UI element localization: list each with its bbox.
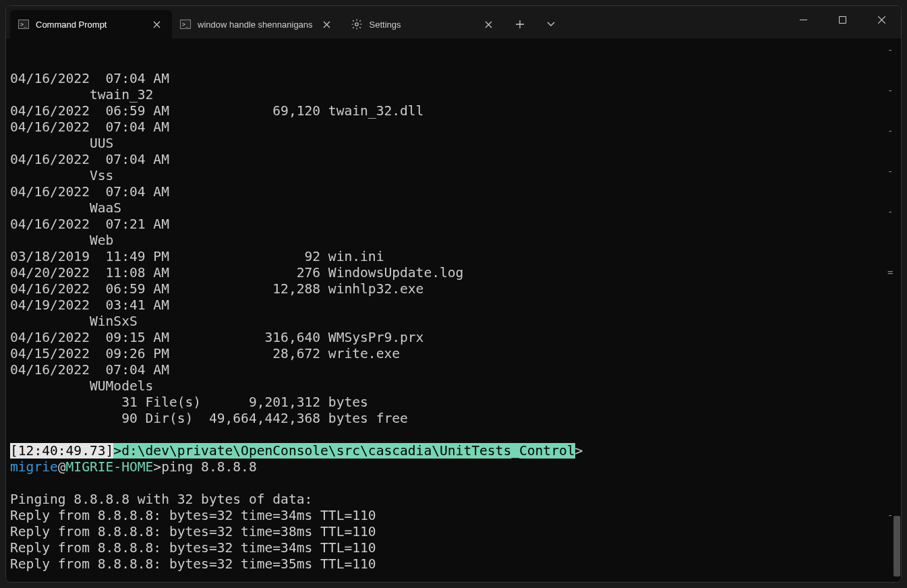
blank-line — [10, 427, 897, 443]
new-tab-button[interactable] — [504, 10, 535, 38]
titlebar[interactable]: >_ Command Prompt >_ window handle shenn… — [6, 6, 901, 38]
terminal-viewport[interactable]: 04/16/2022 07:04 AM twain_3204/16/2022 0… — [6, 38, 901, 582]
dir-listing-row: 04/16/2022 07:04 AM UUS — [10, 119, 897, 152]
maximize-icon — [839, 16, 846, 24]
tab-settings[interactable]: Settings — [343, 10, 504, 38]
ping-output-line: Reply from 8.8.8.8: bytes=32 time=38ms T… — [10, 524, 897, 540]
terminal-window: >_ Command Prompt >_ window handle shenn… — [5, 5, 902, 583]
tab-label: Command Prompt — [36, 20, 142, 30]
dir-listing-row: 04/15/2022 09:26 PM 28,672 write.exe — [10, 346, 897, 362]
tab-label: window handle shennanigans — [198, 20, 313, 30]
dir-listing-row: 04/16/2022 06:59 AM 12,288 winhlp32.exe — [10, 281, 897, 297]
prompt-userhost: migrie@MIGRIE-HOME>ping 8.8.8.8 — [10, 459, 897, 475]
tab-window-handle[interactable]: >_ window handle shennanigans — [172, 10, 343, 38]
ping-output-line: Reply from 8.8.8.8: bytes=32 time=35ms T… — [10, 556, 897, 572]
chevron-down-icon — [547, 22, 555, 27]
close-tab-button[interactable] — [320, 17, 334, 32]
close-icon — [153, 21, 160, 28]
tab-dropdown-button[interactable] — [535, 10, 566, 38]
minimize-button[interactable] — [784, 6, 823, 33]
ping-output-line — [10, 475, 897, 492]
tab-strip: >_ Command Prompt >_ window handle shenn… — [6, 6, 504, 38]
prompt-line: [12:40:49.73]>d:\dev\private\OpenConsole… — [10, 443, 897, 459]
maximize-button[interactable] — [823, 6, 862, 33]
close-icon — [323, 21, 330, 28]
plus-icon — [516, 20, 524, 28]
dir-listing-row: 04/19/2022 03:41 AM WinSxS — [10, 297, 897, 330]
tab-command-prompt[interactable]: >_ Command Prompt — [10, 10, 172, 38]
dir-summary-dirs: 90 Dir(s) 49,664,442,368 bytes free — [10, 411, 897, 427]
dir-summary-files: 31 File(s) 9,201,312 bytes — [10, 394, 897, 411]
tab-label: Settings — [370, 20, 475, 30]
dir-listing-row: 04/16/2022 07:04 AM WaaS — [10, 184, 897, 216]
dir-listing-row: 03/18/2019 11:49 PM 92 win.ini — [10, 249, 897, 265]
cmd-icon: >_ — [18, 20, 29, 29]
terminal-output: 04/16/2022 07:04 AM twain_3204/16/2022 0… — [10, 71, 897, 582]
gear-icon — [351, 18, 363, 30]
dir-listing-row: 04/16/2022 09:15 AM 316,640 WMSysPr9.prx — [10, 330, 897, 346]
ping-output-line: Reply from 8.8.8.8: bytes=32 time=34ms T… — [10, 540, 897, 556]
minimize-icon — [800, 16, 807, 24]
svg-rect-1 — [839, 16, 846, 23]
window-controls — [784, 6, 901, 38]
ping-output-line: Reply from 8.8.8.8: bytes=32 time=34ms T… — [10, 508, 897, 524]
ping-output-line — [10, 572, 897, 582]
svg-point-0 — [355, 23, 358, 26]
cmd-icon: >_ — [180, 20, 191, 29]
close-icon — [878, 16, 885, 24]
tabbar-actions — [504, 6, 566, 38]
scrollbar[interactable] — [892, 38, 900, 582]
dir-listing-row: 04/16/2022 07:04 AM WUModels — [10, 362, 897, 394]
close-tab-button[interactable] — [481, 17, 496, 32]
dir-listing-row: 04/16/2022 07:04 AM Vss — [10, 152, 897, 184]
close-window-button[interactable] — [862, 6, 901, 33]
close-tab-button[interactable] — [149, 17, 164, 32]
scrollbar-thumb[interactable] — [894, 516, 900, 577]
dir-listing-row: 04/16/2022 07:21 AM Web — [10, 216, 897, 249]
close-icon — [485, 21, 492, 28]
dir-listing-row: 04/16/2022 07:04 AM twain_32 — [10, 71, 897, 103]
ping-output-line: Pinging 8.8.8.8 with 32 bytes of data: — [10, 492, 897, 508]
dir-listing-row: 04/16/2022 06:59 AM 69,120 twain_32.dll — [10, 103, 897, 119]
dir-listing-row: 04/20/2022 11:08 AM 276 WindowsUpdate.lo… — [10, 265, 897, 281]
